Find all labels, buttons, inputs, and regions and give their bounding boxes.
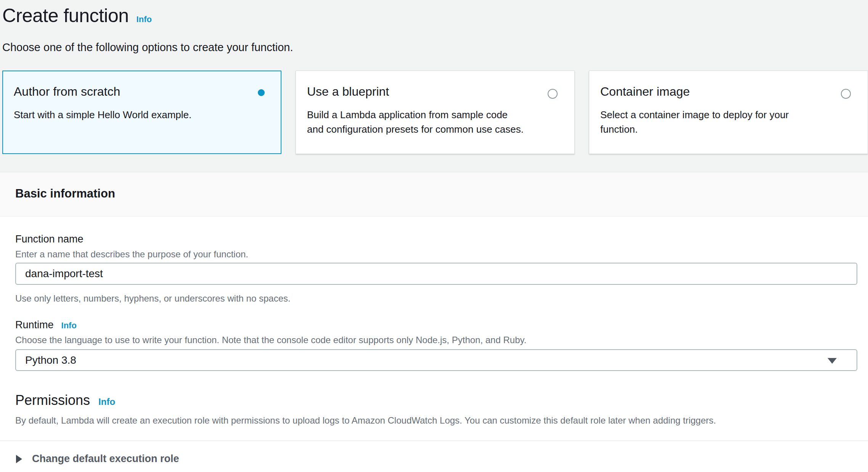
- option-card-description: Select a container image to deploy for y…: [600, 108, 851, 136]
- runtime-field: Runtime Info Choose the language to use …: [15, 319, 857, 371]
- option-card-description: Build a Lambda application from sample c…: [307, 108, 558, 136]
- change-default-execution-role-expander[interactable]: Change default execution role: [0, 440, 868, 472]
- function-name-description: Enter a name that describes the purpose …: [15, 249, 857, 260]
- basic-information-heading: Basic information: [15, 187, 868, 201]
- option-card-container-image[interactable]: Container image Select a container image…: [589, 71, 868, 154]
- function-name-input[interactable]: [15, 263, 857, 285]
- page-subtitle: Choose one of the following options to c…: [2, 41, 868, 54]
- title-info-link[interactable]: Info: [137, 14, 152, 24]
- change-default-execution-role-label: Change default execution role: [32, 453, 179, 465]
- option-card-use-a-blueprint[interactable]: Use a blueprint Build a Lambda applicati…: [296, 71, 575, 154]
- radio-unselected-icon[interactable]: [841, 89, 851, 99]
- permissions-heading: Permissions: [15, 392, 90, 408]
- runtime-select-value: Python 3.8: [25, 354, 76, 366]
- basic-information-form: Function name Enter a name that describe…: [0, 217, 868, 440]
- option-card-description: Start with a simple Hello World example.: [14, 108, 264, 122]
- radio-unselected-icon[interactable]: [548, 89, 558, 99]
- function-name-label: Function name: [15, 233, 857, 245]
- option-card-title: Use a blueprint: [307, 85, 558, 99]
- permissions-heading-row: Permissions Info: [15, 392, 857, 408]
- option-card-title: Container image: [600, 85, 851, 99]
- runtime-select[interactable]: Python 3.8: [15, 349, 857, 371]
- dropdown-arrow-icon: [828, 358, 837, 364]
- title-row: Create function Info: [2, 5, 868, 27]
- runtime-label: Runtime: [15, 319, 54, 331]
- page-header: Create function Info Choose one of the f…: [0, 0, 868, 172]
- page-title: Create function: [2, 5, 129, 27]
- function-name-constraint: Use only letters, numbers, hyphens, or u…: [15, 293, 857, 304]
- runtime-info-link[interactable]: Info: [61, 321, 77, 331]
- option-card-title: Author from scratch: [14, 85, 264, 99]
- basic-information-header: Basic information: [0, 172, 868, 217]
- radio-selected-icon[interactable]: [258, 89, 265, 96]
- permissions-info-link[interactable]: Info: [98, 397, 115, 407]
- option-card-author-from-scratch[interactable]: Author from scratch Start with a simple …: [2, 71, 281, 154]
- creation-option-cards: Author from scratch Start with a simple …: [2, 71, 868, 154]
- permissions-description: By default, Lambda will create an execut…: [15, 415, 857, 440]
- runtime-description: Choose the language to use to write your…: [15, 335, 857, 345]
- expand-caret-icon: [16, 455, 22, 463]
